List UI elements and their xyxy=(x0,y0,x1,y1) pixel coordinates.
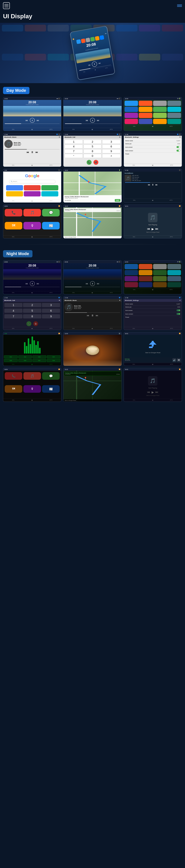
night-num-3[interactable]: 3 xyxy=(42,303,60,307)
num-7[interactable]: 7 xyxy=(64,149,83,153)
cp-app-4[interactable] xyxy=(6,191,23,196)
app-netflix[interactable] xyxy=(139,113,152,118)
num-2[interactable]: 2 xyxy=(83,140,102,144)
night-cp-news[interactable]: 📰 xyxy=(42,385,60,393)
night-cp-podcast[interactable]: 🎙 xyxy=(23,385,41,393)
cp-app-6[interactable] xyxy=(41,191,58,196)
num-6[interactable]: 6 xyxy=(102,145,120,149)
night-prev-2[interactable]: ⏮ xyxy=(85,282,88,285)
night-cp-music[interactable]: 🎵 xyxy=(23,372,41,380)
np-next[interactable]: ⏭ xyxy=(155,227,158,231)
np-prev[interactable]: ⏮ xyxy=(147,227,150,231)
night-app-13[interactable] xyxy=(125,282,138,287)
night-app-14[interactable] xyxy=(139,282,152,287)
night-app-4[interactable] xyxy=(167,264,181,269)
eq-btn-8[interactable]: EQ8 xyxy=(47,359,60,362)
bt-play[interactable]: ⏸ xyxy=(31,151,34,154)
night-num-8[interactable]: 8 xyxy=(23,314,41,318)
cp-maps[interactable]: 🗺 xyxy=(5,222,22,229)
bt-next[interactable]: ⏭ xyxy=(35,151,38,154)
social-play[interactable]: ⏸ xyxy=(152,183,154,186)
night-prev-1[interactable]: ⏮ xyxy=(25,282,28,285)
cp-music[interactable]: 🎵 xyxy=(23,209,41,216)
food-camera-screen[interactable]: 12:00📷 xyxy=(63,332,122,366)
night-num-6[interactable]: 6 xyxy=(42,309,60,313)
google-screen[interactable]: 1:54⬛ Google 🔍 Search... xyxy=(3,169,61,203)
bt-prev[interactable]: ⏮ xyxy=(26,151,29,154)
app-extra5[interactable] xyxy=(139,119,152,124)
end-btn[interactable]: 📵 xyxy=(94,160,98,165)
social-song4[interactable]: 华年_ffff_faa.mp4 xyxy=(132,180,141,182)
night-music-2[interactable]: 20:08●● ⬛ 20:08 A soothing piece of musi… xyxy=(63,260,122,294)
nav-map-screen[interactable]: 19:20📶 📍 Sunny Coffee Modern Restaurant … xyxy=(63,205,122,239)
night-app-7[interactable] xyxy=(153,270,167,275)
night-apps-screen[interactable]: 18:5425 🔋 xyxy=(124,260,182,294)
social-music-screen[interactable]: 17:46⬛ SocialMusic 🎵 华年_fff.mp4 华年_faa.m… xyxy=(124,169,182,203)
night-nav-btn-1[interactable]: 🔊 xyxy=(173,358,176,362)
app-waze[interactable] xyxy=(139,107,152,112)
next-btn-2[interactable]: ⏭ xyxy=(97,119,100,122)
app-music[interactable] xyxy=(139,101,152,106)
night-num-9[interactable]: 9 xyxy=(42,314,60,318)
cp-messages[interactable]: 💬 xyxy=(42,209,60,216)
eq-visualizer-screen[interactable]: 1:54📶 xyxy=(3,332,61,366)
play-btn-2[interactable]: ⏸ xyxy=(90,118,95,123)
hamburger-icon[interactable] xyxy=(3,2,10,9)
night-app-3[interactable] xyxy=(153,264,167,269)
night-next-2[interactable]: ⏭ xyxy=(97,282,100,285)
app-telegram[interactable] xyxy=(125,101,138,106)
app-extra[interactable] xyxy=(167,107,181,112)
app-extra3[interactable] xyxy=(167,113,181,118)
night-bt-call[interactable]: 17:46🔵 Bluetooth_Call ✕ 1 2 3 4 5 6 xyxy=(3,296,61,330)
night-bt-music[interactable]: 17:46🔵 Bluetooth_Music ✕ 🎵 Music Title M… xyxy=(63,296,122,330)
next-btn-1[interactable]: ⏭ xyxy=(36,119,39,122)
num-5[interactable]: 5 xyxy=(83,145,102,149)
eq-btn-7[interactable]: EQ7 xyxy=(32,359,46,362)
night-num-4[interactable]: 4 xyxy=(4,309,23,313)
num-9[interactable]: 9 xyxy=(102,149,120,153)
night-num-5[interactable]: 5 xyxy=(23,309,41,313)
num-4[interactable]: 4 xyxy=(64,145,83,149)
night-not-playing-screen[interactable]: 18:01📶 🎵 Not Playing ⏮ ▶ ⏭ Start on Dong… xyxy=(124,368,182,402)
cp-news[interactable]: 📰 xyxy=(42,222,60,229)
social-song3[interactable]: 华年_ff.mp4 xyxy=(132,178,141,180)
night-cp-messages[interactable]: 💬 xyxy=(42,372,60,380)
night-play-1[interactable]: ⏸ xyxy=(30,281,35,286)
cp-app-1[interactable] xyxy=(6,185,23,190)
num-star[interactable]: * xyxy=(64,154,83,158)
night-map-screen[interactable]: 19:20📶 📍 Sunny Coffee Modern Restaurant … xyxy=(63,368,122,402)
day-music-screen-2[interactable]: 20:08●● ⬛ 20:08 A soothing piece of musi… xyxy=(63,97,122,131)
app-phone[interactable] xyxy=(153,107,167,112)
cp-podcast[interactable]: 🎙 xyxy=(23,222,41,229)
auto-connect-toggle[interactable] xyxy=(177,150,180,152)
night-app-9[interactable] xyxy=(125,276,138,281)
night-cp-maps[interactable]: 🗺 xyxy=(5,385,22,393)
play-btn-1[interactable]: ⏸ xyxy=(30,118,35,123)
night-app-15[interactable] xyxy=(153,282,167,287)
cp-phone[interactable]: 📞 xyxy=(5,209,22,216)
app-photos[interactable] xyxy=(153,101,167,106)
nav-menu-icon[interactable] xyxy=(177,4,182,7)
night-num-2[interactable]: 2 xyxy=(23,303,41,307)
eq-btn-6[interactable]: EQ6 xyxy=(18,359,32,362)
app-extra2[interactable] xyxy=(153,113,167,118)
num-hash[interactable]: # xyxy=(102,154,120,158)
night-bt-prev[interactable]: ⏮ xyxy=(87,314,89,317)
night-np-prev[interactable]: ⏮ xyxy=(147,391,150,394)
social-next[interactable]: ⏭ xyxy=(155,183,158,186)
np-play[interactable]: ▶ xyxy=(152,227,154,231)
night-carplay-screen[interactable]: 18:54📶 📞 🎵 💬 🗺 🎙 📰 DIAL☎APTS xyxy=(3,368,61,402)
eq-btn-2[interactable]: EQ2 xyxy=(18,355,32,359)
app-bt[interactable] xyxy=(125,107,138,112)
cp-app-3[interactable] xyxy=(41,185,58,190)
prev-btn-1[interactable]: ⏮ xyxy=(25,119,28,122)
night-nav-screen[interactable]: 18:01📶 Start on Dongue Road xyxy=(124,332,182,366)
go-button[interactable]: GO xyxy=(115,199,121,202)
app-extra7[interactable] xyxy=(167,119,181,124)
not-playing-screen[interactable]: 18:01📶 🎵 Not Playing ⏮ ▶ ⏭ Start on Dong… xyxy=(124,205,182,239)
social-prev[interactable]: ⏮ xyxy=(148,183,150,186)
google-search[interactable]: 🔍 Search... xyxy=(9,180,55,183)
night-app-16[interactable] xyxy=(167,282,181,287)
auto-answer-toggle[interactable] xyxy=(177,146,180,148)
night-nav-btn-2[interactable]: 🗺 xyxy=(177,358,181,362)
